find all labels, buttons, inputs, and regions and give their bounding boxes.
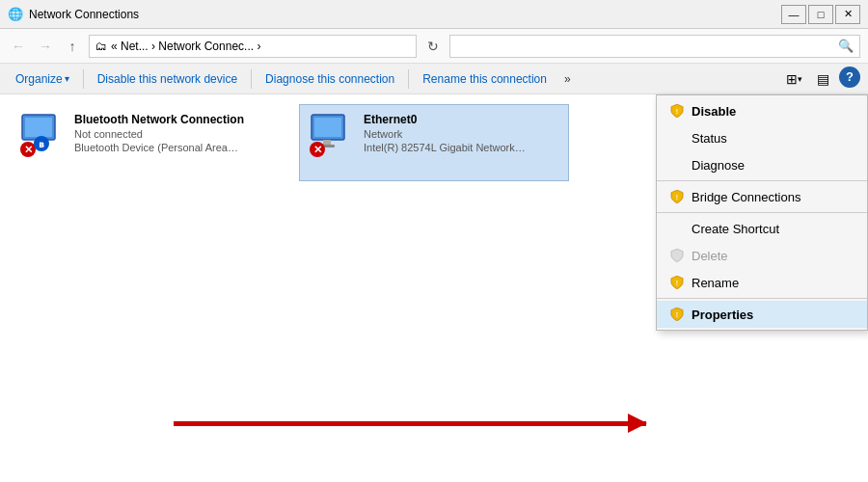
search-box[interactable]: 🔍: [449, 35, 860, 58]
ctx-label-bridge: Bridge Connections: [692, 190, 800, 204]
disable-device-button[interactable]: Disable this network device: [90, 66, 245, 93]
maximize-button[interactable]: □: [808, 5, 833, 24]
arrow-head: [628, 414, 647, 433]
ctx-item-shortcut[interactable]: Create Shortcut: [657, 215, 867, 242]
svg-text:!: !: [676, 108, 678, 115]
ctx-label-properties: Properties: [692, 308, 753, 322]
ctx-label-shortcut: Create Shortcut: [692, 222, 779, 236]
breadcrumb-folder-icon: 🗂: [95, 40, 107, 53]
view-button[interactable]: ⊞ ▾: [781, 67, 806, 92]
help-button[interactable]: ?: [839, 67, 860, 88]
svg-text:!: !: [676, 280, 678, 286]
svg-rect-5: [314, 118, 341, 137]
svg-rect-1: [25, 118, 52, 137]
ctx-item-diagnose[interactable]: Diagnose: [657, 151, 867, 178]
connection-info-bluetooth: Bluetooth Network Connection Not connect…: [74, 113, 244, 153]
shield-icon-disable: !: [670, 104, 684, 118]
connection-item-ethernet[interactable]: ✕ Ethernet0 Network Intel(R) 82574L Giga…: [299, 104, 569, 181]
shield-icon-rename: !: [670, 276, 684, 289]
arrow-line: [174, 421, 646, 426]
toolbar: Organize ▾ Disable this network device D…: [0, 64, 868, 94]
close-button[interactable]: ✕: [835, 5, 860, 24]
ctx-sep-2: [657, 212, 867, 213]
view-arrow-icon: ▾: [798, 74, 802, 84]
connection-type-bluetooth: Bluetooth Device (Personal Area ...: [74, 142, 238, 153]
minimize-button[interactable]: —: [781, 5, 806, 24]
address-bar: ← → ↑ 🗂 « Net... › Network Connec... › ↻…: [0, 29, 868, 64]
svg-text:!: !: [676, 194, 678, 201]
toolbar-sep-3: [408, 69, 409, 89]
shield-icon-delete: [670, 249, 684, 262]
more-button[interactable]: »: [556, 66, 579, 93]
organize-button[interactable]: Organize ▾: [8, 66, 77, 93]
search-input[interactable]: [456, 40, 838, 53]
diagnose-button[interactable]: Diagnose this connection: [258, 66, 402, 93]
ctx-label-status: Status: [692, 131, 727, 146]
ctx-item-properties[interactable]: ! Properties: [657, 301, 867, 328]
connection-name-ethernet: Ethernet0: [364, 113, 528, 126]
content-area: ✕ ʙ Bluetooth Network Connection Not con…: [0, 94, 868, 482]
ctx-label-delete: Delete: [692, 249, 728, 263]
refresh-button[interactable]: ↻: [422, 36, 444, 57]
rename-button[interactable]: Rename this connection: [415, 66, 555, 93]
ctx-sep-3: [657, 298, 867, 299]
connection-status-ethernet: Network: [364, 128, 528, 140]
panel-button[interactable]: ▤: [810, 67, 835, 92]
connection-info-ethernet: Ethernet0 Network Intel(R) 82574L Gigabi…: [364, 113, 528, 153]
toolbar-right-icons: ⊞ ▾ ▤ ?: [781, 67, 860, 92]
context-menu: ! Disable Status Diagnose ! Bridge Conne…: [656, 94, 868, 331]
app-icon: 🌐: [8, 7, 23, 21]
toolbar-sep-1: [83, 69, 84, 89]
ctx-label-disable: Disable: [692, 104, 736, 119]
bluetooth-badge: ʙ: [34, 136, 49, 151]
search-icon: 🔍: [838, 39, 854, 53]
back-button[interactable]: ←: [8, 36, 29, 57]
connection-name-bluetooth: Bluetooth Network Connection: [74, 113, 244, 126]
breadcrumb[interactable]: 🗂 « Net... › Network Connec... ›: [89, 35, 417, 58]
toolbar-sep-2: [251, 69, 252, 89]
ctx-label-rename: Rename: [692, 276, 739, 290]
view-icon: ⊞: [786, 71, 798, 87]
connection-icon-ethernet: ✕: [310, 113, 356, 159]
window-controls: — □ ✕: [781, 5, 860, 24]
ctx-item-status[interactable]: Status: [657, 124, 867, 151]
title-bar: 🌐 Network Connections — □ ✕: [0, 0, 868, 29]
ctx-item-delete[interactable]: Delete: [657, 242, 867, 269]
up-button[interactable]: ↑: [62, 36, 83, 57]
ctx-sep-1: [657, 180, 867, 181]
forward-button[interactable]: →: [35, 36, 56, 57]
connection-icon-bluetooth: ✕ ʙ: [20, 113, 67, 159]
connection-status-bluetooth: Not connected: [74, 128, 244, 140]
ctx-label-diagnose: Diagnose: [692, 158, 745, 173]
breadcrumb-text: « Net... › Network Connec... ›: [111, 40, 260, 53]
svg-rect-6: [323, 140, 331, 145]
connection-item-bluetooth[interactable]: ✕ ʙ Bluetooth Network Connection Not con…: [10, 104, 280, 181]
connection-type-ethernet: Intel(R) 82574L Gigabit Network C...: [364, 142, 528, 153]
help-icon: ?: [846, 69, 854, 84]
window-title: Network Connections: [29, 8, 781, 21]
ctx-item-rename[interactable]: ! Rename: [657, 269, 867, 296]
arrow-indicator: [174, 421, 646, 426]
shield-icon-properties: !: [670, 308, 684, 321]
error-badge-ethernet: ✕: [310, 142, 325, 157]
svg-text:!: !: [676, 311, 678, 318]
ctx-item-bridge[interactable]: ! Bridge Connections: [657, 183, 867, 210]
ctx-item-disable[interactable]: ! Disable: [657, 97, 867, 124]
shield-icon-bridge: !: [670, 190, 684, 203]
